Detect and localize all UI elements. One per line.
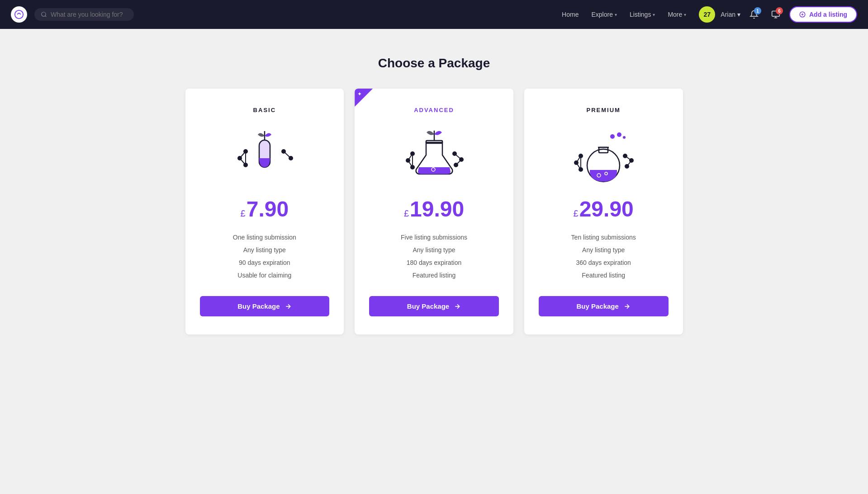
svg-point-38: [617, 132, 621, 137]
svg-rect-54: [599, 147, 608, 153]
feature-item: Featured listing: [539, 269, 669, 282]
feature-item: 90 days expiration: [200, 256, 330, 269]
nav-listings[interactable]: Listings ▾: [624, 7, 660, 22]
card-illustration-premium: [567, 124, 640, 188]
svg-line-32: [456, 160, 461, 165]
pricing-card-basic: BASIC: [185, 89, 344, 334]
svg-line-49: [625, 156, 631, 160]
main-content: Choose a Package BASIC: [0, 29, 868, 362]
featured-badge: ✦: [355, 89, 373, 107]
add-listing-button[interactable]: Add a listing: [789, 6, 857, 23]
card-title-advanced: ADVANCED: [414, 107, 454, 113]
feature-item: Any listing type: [539, 244, 669, 256]
pricing-card-advanced: ✦ ADVANCED: [355, 89, 513, 334]
svg-line-13: [240, 158, 246, 165]
nav-right: 27 Arian ▾ 1 6 Add a listing: [699, 6, 857, 23]
nav-explore[interactable]: Explore ▾: [586, 7, 622, 22]
buy-advanced-button[interactable]: Buy Package: [369, 296, 499, 316]
svg-line-25: [408, 154, 413, 160]
features-premium: Ten listing submissions Any listing type…: [539, 231, 669, 282]
feature-item: 180 days expiration: [369, 256, 499, 269]
search-bar[interactable]: [34, 8, 134, 21]
svg-line-2: [45, 16, 47, 17]
nav-home[interactable]: Home: [556, 7, 584, 22]
card-title-premium: PREMIUM: [586, 107, 620, 113]
card-illustration-basic: [228, 124, 301, 188]
svg-point-1: [42, 12, 46, 16]
svg-line-50: [627, 160, 631, 166]
feature-item: Usable for claiming: [200, 269, 330, 282]
svg-line-44: [576, 163, 581, 169]
svg-point-39: [623, 136, 626, 139]
search-icon: [41, 11, 47, 18]
svg-line-12: [240, 151, 246, 158]
arrow-right-icon: [285, 303, 292, 310]
buy-basic-button[interactable]: Buy Package: [200, 296, 330, 316]
svg-line-43: [576, 156, 581, 163]
price-premium: £ 29.90: [574, 198, 634, 220]
search-input[interactable]: [51, 11, 123, 18]
navbar: Home Explore ▾ Listings ▾ More ▾ 27 Aria…: [0, 0, 868, 29]
chevron-down-icon: ▾: [615, 12, 617, 17]
features-basic: One listing submission Any listing type …: [200, 231, 330, 282]
user-menu[interactable]: Arian ▾: [721, 11, 740, 18]
cart-button[interactable]: 6: [768, 6, 784, 23]
pricing-grid: BASIC: [185, 89, 683, 334]
avatar[interactable]: 27: [699, 6, 715, 23]
price-basic: £ 7.90: [241, 198, 289, 220]
feature-item: Any listing type: [200, 244, 330, 256]
buy-premium-button[interactable]: Buy Package: [539, 296, 669, 316]
site-logo[interactable]: [11, 6, 27, 23]
page-title: Choose a Package: [378, 56, 490, 71]
svg-line-26: [408, 160, 413, 167]
feature-item: 360 days expiration: [539, 256, 669, 269]
arrow-right-icon: [623, 303, 631, 310]
star-icon: ✦: [357, 91, 362, 97]
card-title-basic: BASIC: [253, 107, 276, 113]
card-illustration-advanced: [398, 124, 470, 188]
feature-item: Ten listing submissions: [539, 231, 669, 244]
nav-more[interactable]: More ▾: [662, 7, 692, 22]
price-advanced: £ 19.90: [404, 198, 464, 220]
feature-item: One listing submission: [200, 231, 330, 244]
pricing-card-premium: PREMIUM: [524, 89, 683, 334]
svg-line-31: [455, 154, 461, 160]
chevron-down-icon: ▾: [737, 11, 740, 18]
feature-item: Any listing type: [369, 244, 499, 256]
notification-badge: 1: [754, 7, 761, 14]
feature-item: Five listing submissions: [369, 231, 499, 244]
arrow-right-icon: [454, 303, 461, 310]
chevron-down-icon: ▾: [653, 12, 655, 17]
svg-point-37: [610, 134, 615, 139]
features-advanced: Five listing submissions Any listing typ…: [369, 231, 499, 282]
svg-line-17: [284, 151, 291, 158]
plus-icon: [799, 11, 806, 18]
chevron-down-icon: ▾: [684, 12, 686, 17]
nav-links: Home Explore ▾ Listings ▾ More ▾: [556, 7, 692, 22]
notifications-button[interactable]: 1: [746, 6, 762, 23]
cart-badge: 6: [776, 7, 783, 14]
feature-item: Featured listing: [369, 269, 499, 282]
svg-point-0: [15, 10, 23, 19]
